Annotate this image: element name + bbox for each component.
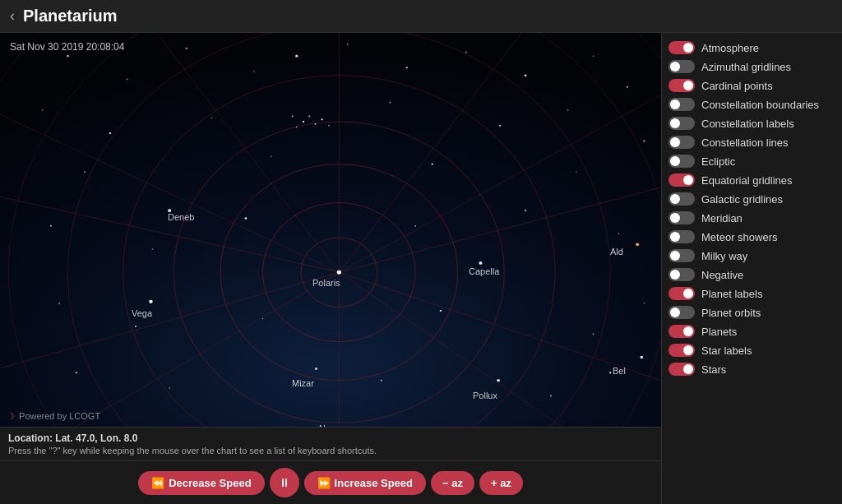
toggle-label-planet_labels: Planet labels	[701, 288, 762, 300]
toggle-meridian[interactable]	[669, 211, 695, 224]
forward-icon: ⏩	[317, 477, 331, 489]
toggle-row-milkyway: Milky way	[669, 249, 835, 262]
main-layout: Sat Nov 30 2019 20:08:04 Polaris Deneb V…	[0, 33, 842, 504]
svg-rect-0	[0, 33, 661, 427]
svg-point-72	[322, 118, 323, 120]
svg-point-32	[42, 109, 44, 111]
svg-point-29	[525, 74, 527, 76]
toggle-label-azimuthal: Azimuthal gridlines	[701, 61, 791, 73]
toggle-label-milkyway: Milky way	[701, 250, 747, 262]
svg-point-67	[640, 356, 643, 358]
svg-point-56	[169, 387, 170, 389]
toggle-row-const_boundaries: Constellation boundaries	[669, 98, 835, 111]
toggle-equatorial[interactable]	[669, 173, 695, 187]
svg-point-43	[50, 225, 52, 227]
svg-point-53	[593, 333, 594, 335]
toggle-row-negative: Negative	[669, 268, 835, 281]
svg-point-31	[627, 86, 628, 88]
svg-point-26	[347, 44, 349, 45]
toggle-label-planet_orbits: Planet orbits	[701, 307, 761, 319]
svg-point-47	[525, 210, 526, 211]
toggle-label-equatorial: Equatorial gridlines	[701, 174, 793, 187]
svg-point-25	[295, 55, 298, 58]
svg-point-60	[337, 270, 341, 275]
toggle-label-galactic: Galactic gridlines	[701, 193, 783, 206]
svg-point-57	[381, 380, 382, 381]
watermark: ☽ Powered by LCOGT	[7, 411, 100, 422]
svg-point-71	[296, 127, 298, 128]
svg-point-55	[76, 372, 77, 373]
toggle-row-planet_labels: Planet labels	[669, 287, 835, 300]
svg-point-23	[186, 48, 187, 49]
svg-point-21	[67, 55, 68, 57]
svg-point-73	[292, 116, 294, 118]
page-title: Planetarium	[23, 7, 117, 25]
toggle-meteor[interactable]	[669, 230, 695, 243]
toggle-cardinal[interactable]	[669, 79, 695, 92]
svg-point-36	[499, 125, 501, 127]
toggle-label-const_lines: Constellation lines	[701, 136, 789, 149]
toggle-label-cardinal: Cardinal points	[701, 80, 773, 92]
decrease-speed-button[interactable]: ⏪ Decrease Speed	[138, 471, 264, 495]
plus-az-button[interactable]: + az	[479, 471, 523, 495]
svg-point-59	[609, 372, 611, 373]
svg-point-52	[440, 310, 442, 312]
toggle-row-stars: Stars	[669, 363, 835, 376]
increase-speed-label: Increase Speed	[335, 477, 413, 489]
svg-point-42	[576, 171, 576, 172]
svg-point-22	[127, 79, 128, 81]
toggle-milkyway[interactable]	[669, 249, 695, 262]
svg-point-49	[58, 303, 60, 304]
svg-point-28	[465, 52, 467, 53]
svg-point-48	[618, 233, 620, 234]
toggle-row-cardinal: Cardinal points	[669, 79, 835, 92]
minus-az-button[interactable]: − az	[431, 471, 474, 495]
svg-point-50	[135, 326, 136, 327]
sky-view[interactable]: Sat Nov 30 2019 20:08:04 Polaris Deneb V…	[0, 33, 661, 427]
toggle-planets[interactable]	[669, 325, 695, 338]
toggle-negative[interactable]	[669, 268, 695, 281]
toggle-star_labels[interactable]	[669, 344, 695, 357]
svg-point-61	[168, 209, 171, 212]
svg-point-34	[211, 118, 212, 118]
toggle-const_labels[interactable]	[669, 117, 695, 130]
toggle-const_lines[interactable]	[669, 136, 695, 149]
increase-speed-button[interactable]: ⏩ Increase Speed	[304, 471, 426, 495]
toggle-row-equatorial: Equatorial gridlines	[669, 173, 835, 187]
svg-point-39	[84, 171, 86, 173]
toggle-atmosphere[interactable]	[669, 41, 695, 54]
toggle-row-atmosphere: Atmosphere	[669, 41, 835, 54]
app-header: ‹ Planetarium	[0, 0, 842, 33]
toggle-row-star_labels: Star labels	[669, 344, 835, 357]
sky-svg	[0, 33, 661, 427]
toggle-label-negative: Negative	[701, 269, 743, 281]
svg-point-68	[303, 121, 304, 123]
svg-point-30	[593, 56, 594, 57]
toggle-const_boundaries[interactable]	[669, 98, 695, 111]
left-panel: Sat Nov 30 2019 20:08:04 Polaris Deneb V…	[0, 33, 661, 504]
svg-point-27	[406, 67, 408, 68]
svg-point-24	[254, 71, 255, 72]
svg-point-54	[644, 303, 645, 304]
minus-az-label: − az	[442, 477, 463, 489]
right-panel: AtmosphereAzimuthal gridlinesCardinal po…	[661, 33, 842, 504]
location-text: Location: Lat. 47.0, Lon. 8.0	[8, 432, 653, 444]
watermark-text: Powered by LCOGT	[19, 411, 100, 421]
toggle-label-meridian: Meridian	[701, 212, 743, 224]
toggle-label-const_labels: Constellation labels	[701, 118, 794, 130]
back-button[interactable]: ‹	[10, 7, 15, 25]
toggle-row-const_lines: Constellation lines	[669, 136, 835, 149]
svg-point-74	[328, 125, 330, 127]
svg-point-46	[414, 225, 416, 227]
toggle-stars[interactable]	[669, 363, 695, 376]
toggle-ecliptic[interactable]	[669, 155, 695, 168]
toggle-planet_orbits[interactable]	[669, 306, 695, 319]
plus-az-label: + az	[491, 477, 511, 489]
toggle-azimuthal[interactable]	[669, 60, 695, 73]
pause-button[interactable]: ⏸	[270, 468, 299, 497]
toggle-row-const_labels: Constellation labels	[669, 117, 835, 130]
watermark-icon: ☽	[7, 411, 15, 421]
toggle-galactic[interactable]	[669, 192, 695, 206]
toggle-planet_labels[interactable]	[669, 287, 695, 300]
info-bar: Location: Lat. 47.0, Lon. 8.0 Press the …	[0, 427, 661, 460]
